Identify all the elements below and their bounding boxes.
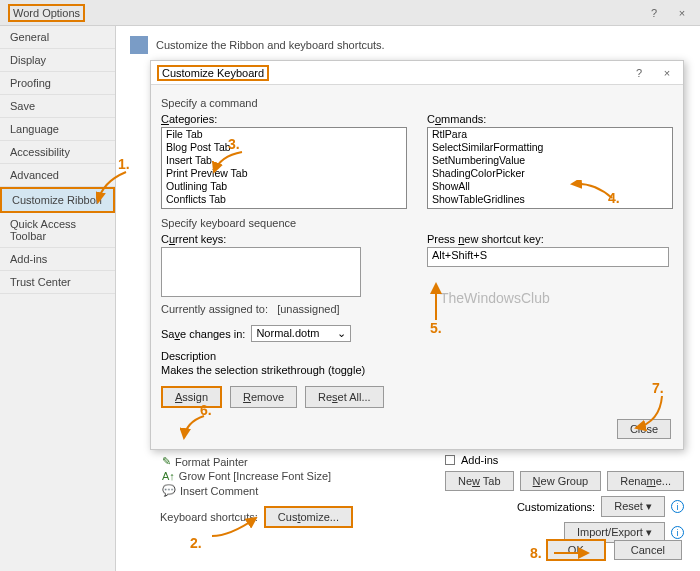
ribbon-icon: [130, 36, 148, 54]
sidebar-item-trust-center[interactable]: Trust Center: [0, 271, 115, 294]
list-item[interactable]: ShadingColorPicker: [428, 167, 672, 180]
list-item[interactable]: ShrinkFont: [428, 206, 672, 208]
list-item[interactable]: Conflicts Tab: [162, 193, 406, 206]
sidebar: General Display Proofing Save Language A…: [0, 26, 116, 571]
save-changes-combo[interactable]: Normal.dotm ⌄: [251, 325, 351, 342]
sidebar-item-accessibility[interactable]: Accessibility: [0, 141, 115, 164]
sidebar-item-save[interactable]: Save: [0, 95, 115, 118]
section-keyboard-sequence: Specify keyboard sequence: [161, 217, 673, 229]
main-titlebar: Word Options ? ×: [0, 0, 700, 26]
ribbon-desc: Customize the Ribbon and keyboard shortc…: [156, 39, 385, 51]
addins-label: Add-ins: [461, 454, 498, 466]
press-new-label: Press new shortcut key:: [427, 233, 673, 245]
list-item[interactable]: ShowAll: [428, 180, 672, 193]
new-group-button[interactable]: New Group: [520, 471, 602, 491]
list-item[interactable]: Background: [162, 206, 406, 208]
current-keys-listbox[interactable]: [161, 247, 361, 297]
main-title: Word Options: [8, 4, 85, 22]
help-icon[interactable]: ?: [644, 7, 664, 19]
list-item[interactable]: SelectSimilarFormatting: [428, 141, 672, 154]
reset-all-button[interactable]: Reset All...: [305, 386, 384, 408]
list-item[interactable]: RtlPara: [428, 128, 672, 141]
close-icon[interactable]: ×: [672, 7, 692, 19]
list-item[interactable]: Outlining Tab: [162, 180, 406, 193]
save-changes-label: Save changes in:: [161, 328, 245, 340]
customize-button[interactable]: Customize...: [264, 506, 353, 528]
new-tab-button[interactable]: New Tab: [445, 471, 514, 491]
commands-listbox[interactable]: RtlPara SelectSimilarFormatting SetNumbe…: [427, 127, 673, 209]
customize-keyboard-dialog: Customize Keyboard ? × Specify a command…: [150, 60, 684, 450]
categories-label: Categories:: [161, 113, 407, 125]
sidebar-item-customize-ribbon[interactable]: Customize Ribbon: [0, 187, 115, 213]
sidebar-item-addins[interactable]: Add-ins: [0, 248, 115, 271]
sidebar-item-general[interactable]: General: [0, 26, 115, 49]
format-painter-icon: ✎: [162, 455, 171, 468]
commands-label: Commands:: [427, 113, 673, 125]
list-item[interactable]: Print Preview Tab: [162, 167, 406, 180]
new-shortcut-input[interactable]: Alt+Shift+S: [427, 247, 669, 267]
info-icon[interactable]: i: [671, 500, 684, 513]
chevron-down-icon: ⌄: [337, 327, 346, 340]
list-item[interactable]: File Tab: [162, 128, 406, 141]
assign-button[interactable]: Assign: [161, 386, 222, 408]
dialog-close-button[interactable]: Close: [617, 419, 671, 439]
remove-button[interactable]: Remove: [230, 386, 297, 408]
description-text: Makes the selection strikethrough (toggl…: [161, 364, 673, 376]
insert-comment-icon: 💬: [162, 484, 176, 497]
grow-font-icon: A↑: [162, 470, 175, 482]
sidebar-item-advanced[interactable]: Advanced: [0, 164, 115, 187]
section-specify-command: Specify a command: [161, 97, 673, 109]
reset-button[interactable]: Reset ▾: [601, 496, 665, 517]
sidebar-item-display[interactable]: Display: [0, 49, 115, 72]
sidebar-item-qat[interactable]: Quick Access Toolbar: [0, 213, 115, 248]
customizations-label: Customizations:: [517, 501, 595, 513]
description-label: Description: [161, 350, 673, 362]
cancel-button[interactable]: Cancel: [614, 540, 682, 560]
save-changes-value: Normal.dotm: [256, 327, 319, 340]
dialog-close-icon[interactable]: ×: [657, 67, 677, 79]
list-item[interactable]: ShowTableGridlines: [428, 193, 672, 206]
categories-listbox[interactable]: File Tab Blog Post Tab Insert Tab Print …: [161, 127, 407, 209]
sidebar-item-language[interactable]: Language: [0, 118, 115, 141]
assigned-label: Currently assigned to:: [161, 303, 268, 315]
assigned-value: [unassigned]: [277, 303, 339, 315]
list-item[interactable]: Blog Post Tab: [162, 141, 406, 154]
addins-checkbox[interactable]: [445, 455, 455, 465]
dialog-help-icon[interactable]: ?: [629, 67, 649, 79]
keyboard-shortcuts-label: Keyboard shortcuts:: [160, 511, 258, 523]
info-icon[interactable]: i: [671, 526, 684, 539]
list-item[interactable]: Insert Tab: [162, 154, 406, 167]
ok-button[interactable]: OK: [546, 539, 606, 561]
sidebar-item-proofing[interactable]: Proofing: [0, 72, 115, 95]
list-item[interactable]: SetNumberingValue: [428, 154, 672, 167]
current-keys-label: Current keys:: [161, 233, 407, 245]
dialog-title: Customize Keyboard: [157, 65, 269, 81]
rename-button[interactable]: Rename...: [607, 471, 684, 491]
